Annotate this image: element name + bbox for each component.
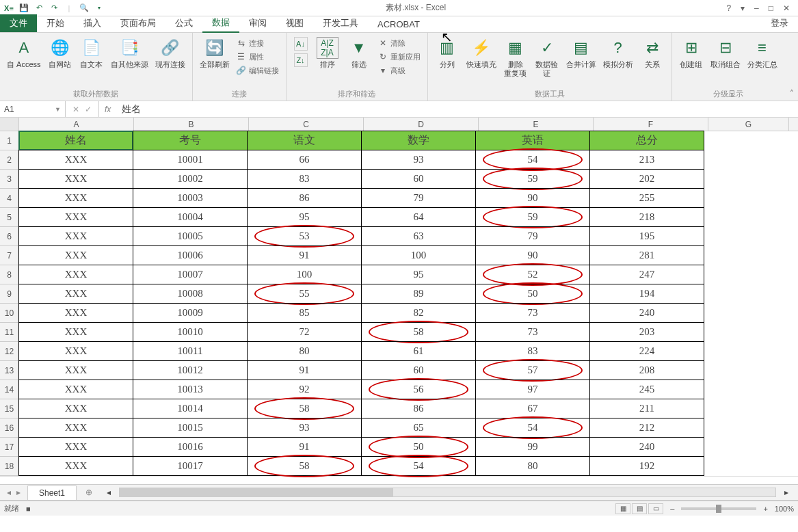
data-valid-button[interactable]: ✓数据验 证 <box>535 37 559 78</box>
minimize-icon[interactable]: – <box>754 3 759 13</box>
refresh-all-button[interactable]: 🔄 全部刷新 <box>200 37 230 69</box>
view-layout-icon[interactable]: ▤ <box>632 503 647 514</box>
table-cell[interactable]: 60 <box>361 360 476 380</box>
table-cell[interactable]: XXX <box>18 380 133 399</box>
table-cell[interactable]: 89 <box>361 284 476 304</box>
edit-links-button[interactable]: 🔗编辑链接 <box>237 64 279 77</box>
table-cell[interactable]: 93 <box>361 150 476 170</box>
tab-审阅[interactable]: 审阅 <box>239 14 276 32</box>
table-cell[interactable] <box>704 189 785 208</box>
table-cell[interactable]: 10008 <box>133 284 248 304</box>
clear-button[interactable]: ✕清除 <box>378 37 405 49</box>
table-cell[interactable]: XXX <box>18 169 133 189</box>
from-other-button[interactable]: 📑自其他来源 <box>111 37 148 69</box>
col-header-E[interactable]: E <box>479 118 594 131</box>
table-cell[interactable]: 95 <box>361 265 476 284</box>
table-cell[interactable]: 54 <box>361 456 476 476</box>
sheet-tab-active[interactable]: Sheet1 <box>27 486 77 500</box>
relations-button[interactable]: ⇄关系 <box>640 37 665 69</box>
zoom-out-icon[interactable]: – <box>670 505 674 513</box>
select-all-corner[interactable] <box>0 118 19 131</box>
table-cell[interactable]: 195 <box>589 226 704 246</box>
row-header[interactable]: 9 <box>0 284 19 304</box>
table-header-cell[interactable] <box>704 131 785 150</box>
touch-mode-icon[interactable]: 🔍 <box>78 2 90 14</box>
table-cell[interactable]: 218 <box>589 207 704 227</box>
table-cell[interactable]: 59 <box>475 169 590 189</box>
properties-button[interactable]: ☰属性 <box>237 51 264 63</box>
tab-页面布局[interactable]: 页面布局 <box>111 14 165 32</box>
table-cell[interactable] <box>704 361 785 380</box>
table-cell[interactable]: XXX <box>18 399 133 418</box>
tab-nav-next-icon[interactable]: ▸ <box>16 488 21 497</box>
hscroll-track[interactable] <box>119 488 776 497</box>
tab-file[interactable]: 文件 <box>0 14 37 32</box>
reapply-button[interactable]: ↻重新应用 <box>378 51 421 63</box>
table-cell[interactable]: 10016 <box>133 437 248 457</box>
table-cell[interactable]: XXX <box>18 341 133 361</box>
table-cell[interactable] <box>704 399 785 418</box>
row-header[interactable]: 11 <box>0 323 19 342</box>
table-cell[interactable]: 10017 <box>133 456 248 476</box>
table-cell[interactable]: 91 <box>247 360 362 380</box>
table-cell[interactable]: 57 <box>475 360 590 380</box>
table-cell[interactable] <box>704 323 785 342</box>
table-cell[interactable]: 58 <box>361 322 476 342</box>
row-header[interactable]: 1 <box>0 131 19 150</box>
table-cell[interactable]: 10002 <box>133 169 248 189</box>
table-cell[interactable]: 10006 <box>133 245 248 265</box>
undo-icon[interactable]: ↶ <box>33 2 45 14</box>
table-cell[interactable] <box>704 150 785 170</box>
subtotal-button[interactable]: ≡分类汇总 <box>747 37 777 69</box>
table-cell[interactable]: 100 <box>361 245 476 265</box>
table-cell[interactable]: 79 <box>475 226 590 246</box>
maximize-icon[interactable]: □ <box>769 3 773 13</box>
table-cell[interactable]: 80 <box>475 456 590 476</box>
row-header[interactable]: 10 <box>0 304 19 323</box>
table-cell[interactable]: 73 <box>475 303 590 323</box>
hscroll-left-icon[interactable]: ◂ <box>107 488 111 497</box>
col-header-B[interactable]: B <box>134 118 249 131</box>
text-to-cols-button[interactable]: ▥分列 <box>435 37 460 69</box>
table-cell[interactable]: 53 <box>247 226 362 246</box>
table-cell[interactable]: 58 <box>247 456 362 476</box>
row-header[interactable]: 4 <box>0 189 19 208</box>
table-cell[interactable]: 56 <box>361 380 476 399</box>
table-cell[interactable]: 95 <box>247 207 362 227</box>
row-header[interactable]: 8 <box>0 265 19 284</box>
tab-ACROBAT[interactable]: ACROBAT <box>368 16 429 32</box>
table-cell[interactable]: 99 <box>475 437 590 457</box>
table-cell[interactable]: 90 <box>475 245 590 265</box>
table-cell[interactable]: 10005 <box>133 226 248 246</box>
table-cell[interactable]: XXX <box>18 245 133 265</box>
help-icon[interactable]: ? <box>726 3 731 13</box>
tab-开始[interactable]: 开始 <box>37 14 74 32</box>
table-cell[interactable] <box>704 284 785 304</box>
table-cell[interactable]: 10001 <box>133 150 248 170</box>
table-cell[interactable]: 79 <box>361 188 476 208</box>
remove-dup-button[interactable]: ▦删除 重复项 <box>503 37 528 78</box>
table-cell[interactable]: XXX <box>18 456 133 476</box>
table-cell[interactable]: 281 <box>589 245 704 265</box>
table-header-cell[interactable]: 考号 <box>133 131 248 150</box>
table-header-cell[interactable]: 总分 <box>589 131 704 150</box>
table-cell[interactable]: 208 <box>589 360 704 380</box>
table-cell[interactable]: 202 <box>589 169 704 189</box>
table-cell[interactable]: XXX <box>18 284 133 304</box>
row-header[interactable]: 3 <box>0 170 19 189</box>
table-cell[interactable]: 245 <box>589 380 704 399</box>
table-cell[interactable]: 211 <box>589 399 704 418</box>
table-cell[interactable]: XXX <box>18 418 133 438</box>
view-normal-icon[interactable]: ▦ <box>615 503 630 514</box>
table-cell[interactable]: 54 <box>475 150 590 170</box>
table-cell[interactable]: 10011 <box>133 341 248 361</box>
tab-插入[interactable]: 插入 <box>74 14 111 32</box>
table-cell[interactable]: 50 <box>475 284 590 304</box>
table-cell[interactable]: 52 <box>475 265 590 284</box>
table-cell[interactable]: XXX <box>18 437 133 457</box>
from-web-button[interactable]: 🌐自网站 <box>48 37 72 69</box>
zoom-level[interactable]: 100% <box>775 505 794 513</box>
table-header-cell[interactable]: 姓名 <box>18 131 133 150</box>
table-header-cell[interactable]: 语文 <box>247 131 362 150</box>
table-cell[interactable]: 10012 <box>133 360 248 380</box>
